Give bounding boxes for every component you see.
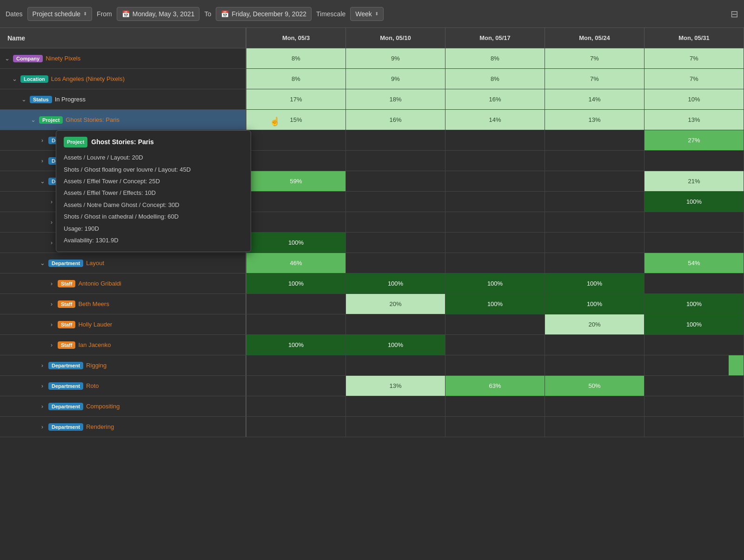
gantt-cell (644, 273, 744, 293)
gantt-cell (346, 212, 445, 232)
project-tooltip: ProjectGhost Stories: ParisAssets / Louv… (56, 130, 251, 252)
gantt-cell: 100% (545, 273, 644, 293)
row-tag: Department (48, 423, 83, 431)
gantt-cell (545, 212, 644, 232)
schedule-label: Project schedule (33, 10, 81, 18)
row-left-dept-compositing: ›DepartmentCompositing (0, 396, 246, 416)
calendar-icon-2: 📅 (221, 10, 229, 18)
gantt-cell: 14% (545, 89, 644, 109)
gantt-cell: 100% (246, 233, 346, 253)
row-right-staff-beth: 20%100%100%100% (246, 294, 744, 314)
gantt-cell: 17% (246, 89, 346, 109)
name-column-header: Name (0, 28, 246, 48)
gantt-cell: 15% (246, 110, 346, 130)
gantt-cell: 54% (644, 253, 744, 273)
gantt-cell (545, 171, 644, 191)
gantt-cell: 63% (445, 376, 545, 396)
gantt-cell (346, 233, 445, 253)
chevron-icon[interactable]: ⌄ (39, 260, 46, 267)
gantt-cell: 100% (644, 294, 744, 314)
gantt-cell (246, 151, 346, 171)
gantt-cell: 18% (346, 89, 445, 109)
chevron-icon[interactable]: › (48, 219, 55, 226)
gantt-cell: 100% (346, 335, 445, 355)
row-right-dept-look: 27% (246, 130, 744, 150)
row-name: Ninety Pixels (46, 55, 80, 62)
row-tag: Location (20, 75, 48, 83)
row-left-staff-beth: ›StaffBeth Meers (0, 294, 246, 314)
row-left-company-ninety: ⌄CompanyNinety Pixels (0, 48, 246, 68)
row-tag: Staff (58, 280, 75, 287)
gantt-cell (346, 192, 445, 212)
from-date-picker[interactable]: 📅 Monday, May 3, 2021 (117, 7, 200, 21)
chevron-icon[interactable]: ⌄ (39, 178, 46, 185)
gantt-cell (346, 417, 445, 437)
row-right-staff-holly: 20%100% (246, 314, 744, 334)
tooltip-project-name: Ghost Stories: Paris (91, 136, 154, 148)
row-name: Holly Lauder (78, 321, 112, 328)
chevron-icon[interactable]: › (39, 382, 46, 389)
gantt-cell: 13% (545, 110, 644, 130)
timescale-select[interactable]: Week ⬍ (350, 7, 384, 21)
gantt-cell: 16% (445, 89, 545, 109)
gantt-cell (644, 233, 744, 253)
chevron-icon[interactable]: › (39, 362, 46, 369)
row-left-dept-layout: ⌄DepartmentLayout (0, 253, 246, 273)
row-right-proj-ghost: 15%16%14%13%13% (246, 110, 744, 130)
chevron-icon[interactable]: ⌄ (4, 55, 10, 62)
gantt-cell (445, 233, 545, 253)
chevron-icon[interactable]: › (48, 341, 55, 348)
row-left-dept-roto: ›DepartmentRoto (0, 376, 246, 396)
chevron-icon[interactable]: › (48, 198, 55, 205)
gantt-cell (545, 335, 644, 355)
table-row: ›StaffIan Jacenko100%100% (0, 335, 744, 355)
tooltip-line: Assets / Effiel Tower / Effects: 10D (64, 187, 243, 199)
row-name: Rigging (86, 362, 106, 369)
to-date-picker[interactable]: 📅 Friday, December 9, 2022 (216, 7, 312, 21)
gantt-cell (246, 314, 346, 334)
row-right-company-ninety: 8%9%8%7%7% (246, 48, 744, 68)
chevron-down-icon: ⬍ (83, 11, 87, 16)
gantt-cell (346, 253, 445, 273)
chevron-icon[interactable]: › (39, 137, 46, 144)
row-name: Roto (86, 382, 99, 389)
row-name: Rendering (86, 423, 114, 430)
chevron-icon[interactable]: ⌄ (30, 116, 36, 123)
row-right-staff-yuki: 100% (246, 233, 744, 253)
chevron-icon[interactable]: ⌄ (20, 96, 27, 103)
chevron-icon[interactable]: › (48, 300, 55, 307)
grid-view-icon[interactable]: ⊟ (731, 8, 738, 20)
gantt-cell: 10% (644, 89, 744, 109)
chevron-icon[interactable]: › (48, 239, 55, 246)
week-col-header-0: Mon, 05/3 (246, 28, 346, 48)
table-row: ›DepartmentRendering (0, 417, 744, 437)
row-right-dept-rigging (246, 355, 744, 375)
gantt-cell: 20% (545, 314, 644, 334)
row-tag: Status (30, 96, 52, 103)
gantt-cell: 9% (346, 48, 445, 68)
gantt-cell (346, 355, 445, 375)
tooltip-line: Availability: 1301.9D (64, 234, 243, 246)
row-left-staff-antonio: ›StaffAntonio Gribaldi (0, 273, 246, 293)
gantt-cell (445, 253, 545, 273)
schedule-select[interactable]: Project schedule ⬍ (27, 7, 93, 21)
gantt-cell: 7% (644, 48, 744, 68)
chevron-icon[interactable]: › (48, 280, 55, 287)
row-right-staff-andy: 100% (246, 192, 744, 212)
chevron-icon[interactable]: › (48, 321, 55, 328)
row-right-loc-la: 8%9%8%7%7% (246, 69, 744, 89)
chevron-icon[interactable]: › (39, 403, 46, 410)
gantt-cell (445, 335, 545, 355)
chevron-icon[interactable]: › (39, 423, 46, 430)
row-right-dept-rendering (246, 417, 744, 437)
chevron-icon[interactable]: › (39, 157, 46, 164)
gantt-cell: 100% (346, 273, 445, 293)
chevron-icon[interactable]: ⌄ (11, 75, 18, 82)
gantt-cell (545, 417, 644, 437)
gantt-cell: 7% (545, 48, 644, 68)
row-name: Antonio Gribaldi (78, 280, 121, 287)
gantt-cell (445, 355, 545, 375)
gantt-cell: 7% (545, 69, 644, 89)
week-headers: Mon, 05/3 Mon, 05/10 Mon, 05/17 Mon, 05/… (246, 28, 744, 48)
gantt-cell (246, 376, 346, 396)
